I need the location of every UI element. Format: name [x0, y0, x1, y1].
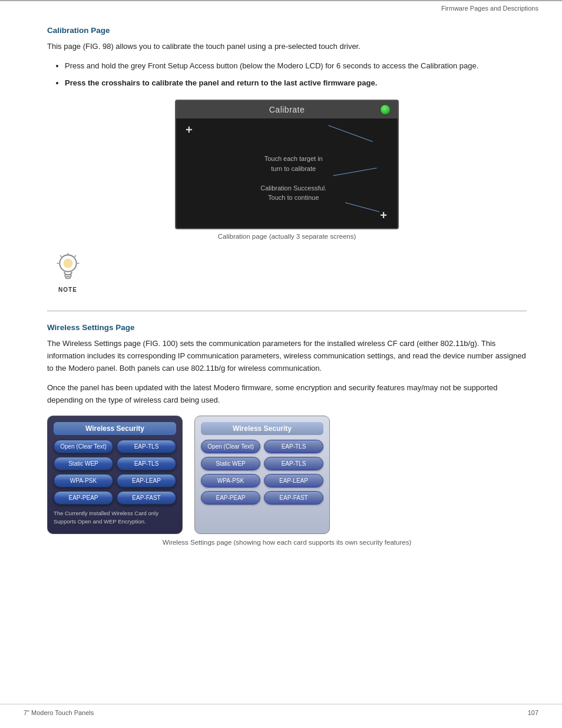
calibration-intro: This page (FIG. 98) allows you to calibr… — [47, 41, 527, 53]
wireless-panel-right: Wireless Security Open (Clear Text) EAP-… — [194, 416, 330, 534]
note-section: NOTE — [47, 252, 527, 293]
wireless-buttons-grid-right: Open (Clear Text) EAP-TLS Static WEP EAP… — [201, 440, 323, 505]
cal-annotation-line-1 — [328, 126, 373, 142]
wireless-caption: Wireless Settings page (showing how each… — [47, 539, 527, 546]
svg-line-6 — [60, 256, 61, 257]
btn-r-eap-tls-2[interactable]: EAP-TLS — [264, 457, 323, 470]
bullet-2: Press the crosshairs to calibrate the pa… — [65, 77, 527, 90]
note-icon-container: NOTE — [47, 252, 88, 293]
wireless-panels-row: Wireless Security Open (Clear Text) EAP-… — [47, 416, 527, 534]
wireless-para1: The Wireless Settings page (FIG. 100) se… — [47, 338, 527, 374]
cal-annotation-line-3 — [345, 203, 379, 212]
section-divider — [47, 311, 527, 311]
btn-r-eap-leap[interactable]: EAP-LEAP — [264, 474, 323, 487]
cal-success-line1: Calibration Successful. — [260, 185, 326, 192]
calibration-screen: Calibrate + + Touch each target in turn … — [175, 100, 399, 229]
header-text: Firmware Pages and Descriptions — [441, 5, 538, 12]
page-container: Firmware Pages and Descriptions Calibrat… — [0, 0, 562, 728]
calibration-title: Calibration Page — [47, 26, 527, 35]
btn-wpa-psk[interactable]: WPA-PSK — [54, 474, 113, 487]
wireless-panel-right-title: Wireless Security — [201, 422, 323, 435]
calibration-bullets: Press and hold the grey Front Setup Acce… — [65, 60, 527, 90]
svg-point-8 — [63, 259, 72, 268]
wireless-title: Wireless Settings Page — [47, 323, 527, 332]
btn-r-eap-tls-1[interactable]: EAP-TLS — [264, 440, 323, 453]
calibration-caption: Calibration page (actually 3 separate sc… — [175, 233, 399, 240]
btn-eap-tls-1[interactable]: EAP-TLS — [117, 440, 176, 453]
btn-r-wpa-psk[interactable]: WPA-PSK — [201, 474, 260, 487]
btn-eap-tls-2[interactable]: EAP-TLS — [117, 457, 176, 470]
calibration-screen-container: Calibrate + + Touch each target in turn … — [175, 100, 399, 240]
bullet-1: Press and hold the grey Front Setup Acce… — [65, 60, 527, 73]
cal-success-line2: Touch to continue — [268, 194, 319, 201]
wireless-panel-left-title: Wireless Security — [54, 422, 176, 435]
btn-r-open-clear-text[interactable]: Open (Clear Text) — [201, 440, 260, 453]
cal-center-text: Touch each target in turn to calibrate C… — [260, 154, 326, 203]
btn-eap-leap[interactable]: EAP-LEAP — [117, 474, 176, 487]
cal-green-dot-icon — [380, 104, 391, 115]
wireless-panel-left: Wireless Security Open (Clear Text) EAP-… — [47, 416, 183, 534]
footer-left: 7" Modero Touch Panels — [24, 709, 94, 716]
main-content: Calibration Page This page (FIG. 98) all… — [0, 14, 562, 581]
cal-crosshair-bottomright-icon: + — [380, 209, 387, 222]
btn-r-eap-fast[interactable]: EAP-FAST — [264, 491, 323, 505]
btn-open-clear-text[interactable]: Open (Clear Text) — [54, 440, 113, 453]
btn-static-wep[interactable]: Static WEP — [54, 457, 113, 470]
btn-eap-fast[interactable]: EAP-FAST — [117, 491, 176, 505]
btn-r-eap-peap[interactable]: EAP-PEAP — [201, 491, 260, 505]
cal-annotation-line-2 — [333, 168, 376, 176]
note-label: NOTE — [58, 286, 77, 293]
btn-eap-peap[interactable]: EAP-PEAP — [54, 491, 113, 505]
cal-title-text: Calibrate — [269, 105, 305, 114]
wireless-buttons-grid-left: Open (Clear Text) EAP-TLS Static WEP EAP… — [54, 440, 176, 505]
cal-line2: turn to calibrate — [271, 165, 316, 172]
calibration-section: Calibration Page This page (FIG. 98) all… — [47, 26, 527, 293]
svg-rect-2 — [65, 277, 70, 279]
cal-crosshair-topleft-icon: + — [186, 123, 193, 137]
cal-title-bar: Calibrate — [176, 101, 398, 118]
lightbulb-icon — [52, 252, 84, 284]
wireless-para2: Once the panel has been updated with the… — [47, 382, 527, 407]
page-footer: 7" Modero Touch Panels 107 — [0, 704, 562, 716]
btn-r-static-wep[interactable]: Static WEP — [201, 457, 260, 470]
wireless-section: Wireless Settings Page The Wireless Sett… — [47, 323, 527, 546]
svg-line-4 — [74, 256, 75, 257]
header-bar: Firmware Pages and Descriptions — [0, 0, 562, 14]
wireless-left-note: The Currently Installed Wireless Card on… — [54, 509, 176, 525]
cal-line1: Touch each target in — [265, 155, 323, 162]
footer-right: 107 — [528, 709, 538, 716]
